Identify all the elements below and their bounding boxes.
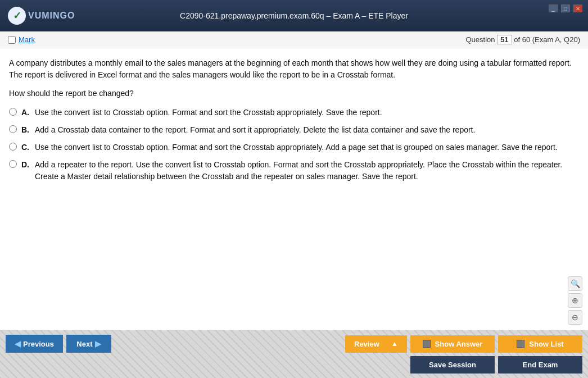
window-controls: _ □ ✕ [549,4,582,12]
option-c: C. Use the convert list to Crosstab opti… [9,142,579,153]
option-b-text: Add a Crosstab data container to the rep… [35,124,579,136]
bottom-wrapper: ◀ Previous Next ▶ Review ▲ Show Answer S… [0,330,588,378]
mark-checkbox[interactable] [8,36,16,44]
show-answer-button[interactable]: Show Answer [410,335,495,353]
top-bar: Mark Question 51 of 60 (Exam A, Q20) [0,31,588,48]
logo-text: VUMINGO [28,11,75,21]
minimize-button[interactable]: _ [549,4,558,12]
logo: ✓ VUMINGO [8,7,75,25]
option-a: A. Use the convert list to Crosstab opti… [9,107,579,119]
zoom-in-icon[interactable]: ⊕ [568,293,582,308]
show-list-button[interactable]: Show List [498,335,582,353]
question-number: 51 [497,35,512,44]
save-session-button[interactable]: Save Session [410,356,495,374]
options-list: A. Use the convert list to Crosstab opti… [9,107,579,183]
question-info: Question 51 of 60 (Exam A, Q20) [465,35,580,44]
zoom-out-icon[interactable]: ⊖ [568,310,582,325]
search-icon[interactable]: 🔍 [568,276,582,291]
option-a-text: Use the convert list to Crosstab option.… [35,107,579,119]
previous-button[interactable]: ◀ Previous [6,335,63,353]
option-c-radio[interactable] [9,143,17,151]
main-content: Mark Question 51 of 60 (Exam A, Q20) A c… [0,31,588,330]
logo-icon: ✓ [8,7,26,25]
title-bar: ✓ VUMINGO C2090-621.prepaway.premium.exa… [0,0,588,31]
option-b-radio[interactable] [9,125,17,133]
next-arrow-icon: ▶ [95,339,101,348]
maximize-button[interactable]: □ [561,4,570,12]
question-body: A company distributes a monthly email to… [0,48,588,330]
question-label: Question [465,35,495,44]
question-total: of 60 (Exam A, Q20) [514,35,580,44]
window-title: C2090-621.prepaway.premium.exam.60q – Ex… [180,11,408,20]
option-a-radio[interactable] [9,108,17,116]
next-button[interactable]: Next ▶ [66,335,111,353]
question-prompt: How should the report be changed? [9,89,579,98]
option-d-radio[interactable] [9,160,17,168]
prev-arrow-icon: ◀ [15,339,21,348]
mark-label[interactable]: Mark [19,35,35,44]
option-b: B. Add a Crosstab data container to the … [9,124,579,136]
toolbar-row-2: Save Session End Exam [6,356,582,374]
option-d-text: Add a repeater to the report. Use the co… [35,159,579,183]
review-arrow-icon: ▲ [391,340,398,348]
end-exam-button[interactable]: End Exam [498,356,582,374]
mark-section: Mark [8,35,35,44]
option-c-text: Use the convert list to Crosstab option.… [35,142,579,153]
bottom-inner: ◀ Previous Next ▶ Review ▲ Show Answer S… [0,330,588,378]
side-icons: 🔍 ⊕ ⊖ [568,276,582,325]
option-d: D. Add a repeater to the report. Use the… [9,159,579,183]
toolbar-row-1: ◀ Previous Next ▶ Review ▲ Show Answer S… [6,335,582,353]
close-button[interactable]: ✕ [573,4,582,12]
show-list-checkbox-icon [517,340,524,348]
review-button[interactable]: Review ▲ [345,335,407,353]
show-answer-checkbox-icon [423,340,431,348]
question-text: A company distributes a monthly email to… [9,57,579,81]
